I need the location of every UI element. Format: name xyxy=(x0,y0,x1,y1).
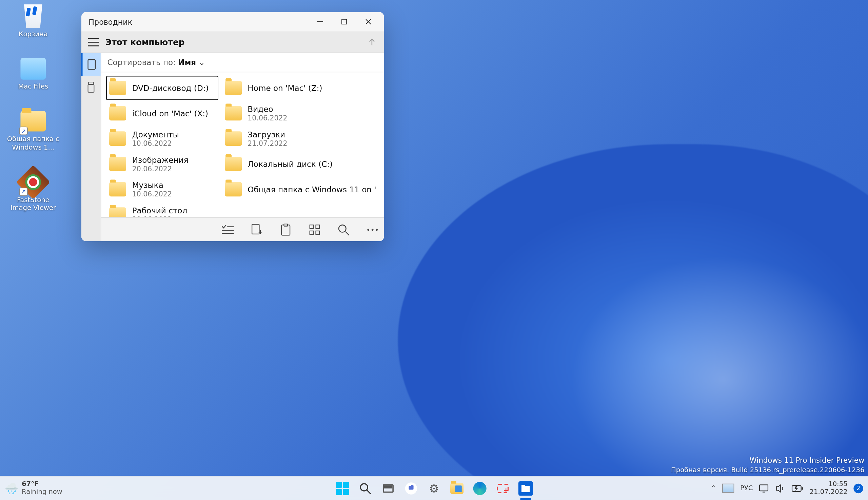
folder-icon xyxy=(109,208,126,217)
task-view-button[interactable] xyxy=(381,481,396,496)
rail-item-this-pc[interactable] xyxy=(81,53,101,76)
desktop-icon-recycle-bin[interactable]: Корзина xyxy=(6,4,60,38)
rail-item-drives[interactable] xyxy=(81,76,101,99)
desktop-icon-mac-files[interactable]: Mac Files xyxy=(6,56,60,91)
weather-desc: Raining now xyxy=(22,488,62,496)
folder-item[interactable]: Локальный диск (C:) xyxy=(222,152,379,176)
tray-thumbnail-icon[interactable] xyxy=(722,484,734,493)
svg-rect-13 xyxy=(252,224,259,234)
svg-marker-38 xyxy=(795,486,798,491)
watermark: Windows 11 Pro Insider Preview Пробная в… xyxy=(671,455,864,475)
folder-icon xyxy=(109,132,126,146)
folder-item[interactable]: Home on 'Mac' (Z:) xyxy=(222,76,379,100)
more-button[interactable] xyxy=(366,223,379,236)
folder-item[interactable]: Видео10.06.2022 xyxy=(222,101,379,125)
nav-rail xyxy=(81,53,101,241)
item-name: DVD-дисковод (D:) xyxy=(132,83,209,93)
explorer-running[interactable] xyxy=(518,481,533,496)
grid-view-icon xyxy=(309,224,320,235)
chat-icon xyxy=(405,482,417,494)
taskbar-center: ⚙ xyxy=(335,481,533,496)
svg-point-25 xyxy=(372,229,374,231)
weather-icon: 🌧️ xyxy=(5,482,18,494)
svg-line-28 xyxy=(367,490,371,493)
sort-label: Сортировать по: xyxy=(107,58,176,67)
volume-icon[interactable] xyxy=(776,484,785,492)
select-all-button[interactable] xyxy=(221,223,234,236)
folder-item[interactable]: DVD-дисковод (D:) xyxy=(106,76,218,100)
folder-item[interactable]: Документы10.06.2022 xyxy=(106,126,218,151)
shortcut-icon: ↗ xyxy=(19,187,28,196)
item-name: Общая папка с Windows 11 on ' xyxy=(247,185,376,194)
svg-point-22 xyxy=(339,225,346,232)
folder-icon xyxy=(109,106,126,121)
clock-time: 10:55 xyxy=(828,481,847,488)
tray-chevron[interactable]: ⌃ xyxy=(711,485,716,492)
folder-icon xyxy=(109,81,126,95)
search-button[interactable] xyxy=(337,223,350,236)
tablet-icon xyxy=(88,59,96,70)
chat-button[interactable] xyxy=(404,481,418,496)
svg-rect-37 xyxy=(802,487,803,489)
file-explorer-pinned[interactable] xyxy=(450,481,464,496)
folder-icon xyxy=(224,182,241,197)
menu-button[interactable] xyxy=(81,31,105,53)
minimize-button[interactable] xyxy=(308,12,332,32)
maximize-button[interactable] xyxy=(332,12,356,32)
folder-item[interactable]: Общая папка с Windows 11 on ' xyxy=(222,178,379,202)
folder-item[interactable]: iCloud on 'Mac' (X:) xyxy=(106,101,218,125)
desktop-icon-shared-folder[interactable]: ↗ Общая папка с Windows 1... xyxy=(6,109,60,151)
new-item-button[interactable] xyxy=(250,223,264,236)
folder-icon xyxy=(224,106,241,121)
window-title: Проводник xyxy=(89,17,132,26)
clock[interactable]: 10:55 21.07.2022 xyxy=(810,481,848,496)
desktop-icon-label: Общая папка с Windows 1... xyxy=(6,135,60,151)
folder-item[interactable]: Загрузки21.07.2022 xyxy=(222,126,379,151)
minimize-icon xyxy=(315,17,325,26)
watermark-line2: Пробная версия. Build 25136.rs_prereleas… xyxy=(671,465,864,475)
svg-rect-8 xyxy=(89,82,93,84)
desktop-icon-label: Корзина xyxy=(19,30,48,38)
desktop-icons: Корзина Mac Files ↗ Общая папка с Window… xyxy=(6,4,60,212)
item-date: 10.06.2022 xyxy=(132,190,172,198)
snipping-tool-button[interactable] xyxy=(495,481,510,496)
edge-button[interactable] xyxy=(473,481,487,496)
paste-button[interactable] xyxy=(279,223,292,236)
edge-icon xyxy=(473,482,487,495)
arrow-up-icon xyxy=(367,37,377,46)
weather-temp: 67°F xyxy=(22,481,62,488)
battery-icon[interactable] xyxy=(791,485,803,491)
search-button[interactable] xyxy=(358,481,373,496)
watermark-line1: Windows 11 Pro Insider Preview xyxy=(671,455,864,465)
item-date: 21.07.2022 xyxy=(247,139,287,148)
view-button[interactable] xyxy=(308,223,321,236)
sort-bar[interactable]: Сортировать по: Имя ⌄ xyxy=(101,53,384,72)
folder-item[interactable]: Музыка10.06.2022 xyxy=(106,178,218,202)
clipboard-icon xyxy=(280,224,291,236)
more-icon xyxy=(367,228,379,231)
svg-rect-1 xyxy=(342,19,347,24)
search-icon xyxy=(359,482,372,494)
settings-button[interactable]: ⚙ xyxy=(427,481,441,496)
network-icon[interactable] xyxy=(759,484,770,492)
close-button[interactable] xyxy=(356,12,380,32)
recycle-bin-icon xyxy=(22,4,44,28)
close-icon xyxy=(363,17,373,26)
desktop-icon-faststone[interactable]: ↗ FastStone Image Viewer xyxy=(6,169,60,212)
svg-rect-20 xyxy=(310,231,314,235)
folder-item[interactable]: Изображения20.06.2022 xyxy=(106,152,218,176)
language-indicator[interactable]: РУС xyxy=(740,485,753,492)
folder-item[interactable]: Рабочий стол20.06.2022 xyxy=(106,203,218,217)
svg-point-27 xyxy=(360,484,368,490)
weather-widget[interactable]: 🌧️ 67°F Raining now xyxy=(5,481,62,496)
up-button[interactable] xyxy=(360,31,384,53)
desktop-icon-label: Mac Files xyxy=(18,83,48,91)
system-tray: ⌃ РУС 10:55 21.07.2022 2 xyxy=(711,481,863,496)
titlebar[interactable]: Проводник xyxy=(81,12,384,32)
item-name: iCloud on 'Mac' (X:) xyxy=(132,109,208,118)
start-button[interactable] xyxy=(335,481,350,496)
svg-rect-21 xyxy=(316,231,320,235)
notification-badge[interactable]: 2 xyxy=(854,484,863,493)
items-grid: DVD-дисковод (D:)Home on 'Mac' (Z:)iClou… xyxy=(101,72,384,217)
chevron-down-icon: ⌄ xyxy=(198,58,205,67)
